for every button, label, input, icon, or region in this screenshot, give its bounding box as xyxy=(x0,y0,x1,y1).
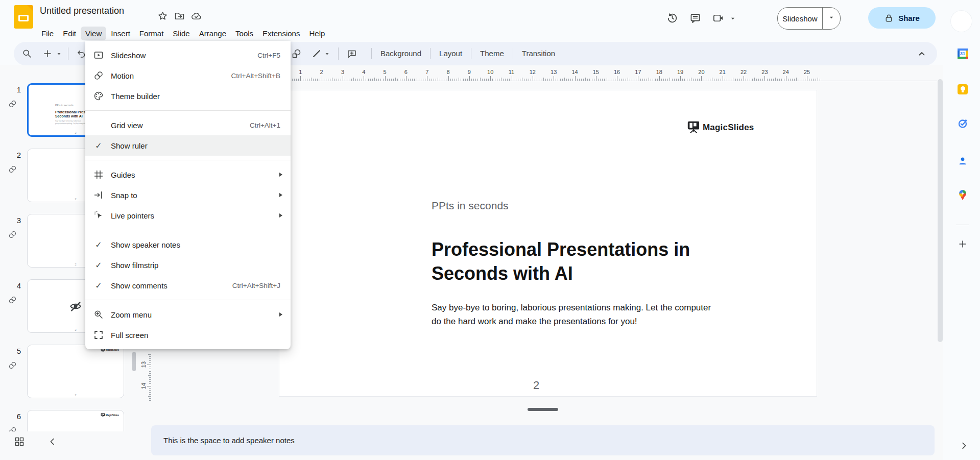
menubar-item-edit[interactable]: Edit xyxy=(58,27,81,40)
menu-item-slideshow[interactable]: SlideshowCtrl+F5 xyxy=(85,45,291,65)
menu-item-theme-builder[interactable]: Theme builder xyxy=(85,86,291,106)
slides-app-icon[interactable] xyxy=(14,5,33,29)
check-icon: ✓ xyxy=(93,239,104,250)
move-folder-icon[interactable] xyxy=(174,11,185,21)
slide-page-number[interactable]: 2 xyxy=(533,379,539,392)
open-side-panel-button[interactable] xyxy=(959,441,968,450)
caret-down-icon[interactable] xyxy=(729,15,736,22)
menu-item-guides[interactable]: Guides xyxy=(85,164,291,185)
slide-canvas[interactable]: MagicSlides PPts in seconds Professional… xyxy=(279,90,817,396)
slide-body-text[interactable]: Say bye-bye to boring, laborious present… xyxy=(432,301,748,328)
shape-icon[interactable] xyxy=(292,49,302,59)
menu-item-show-filmstrip[interactable]: ✓Show filmstrip xyxy=(85,255,291,275)
zoom-menu-icon xyxy=(93,309,104,320)
calendar-icon[interactable]: 31 xyxy=(958,49,968,59)
menu-item-motion[interactable]: MotionCtrl+Alt+Shift+B xyxy=(85,65,291,86)
menubar-item-arrange[interactable]: Arrange xyxy=(195,27,231,40)
ruler-tick xyxy=(324,79,324,81)
star-icon[interactable] xyxy=(157,11,168,21)
menu-item-zoom-menu[interactable]: Zoom menu xyxy=(85,304,291,325)
menubar-item-extensions[interactable]: Extensions xyxy=(258,27,304,40)
ruler-tick xyxy=(589,79,590,81)
menu-item-live-pointers[interactable]: Live pointers xyxy=(85,205,291,226)
slide-thumbnail-6[interactable]: MagicSlides xyxy=(27,410,124,431)
cloud-status-icon[interactable] xyxy=(191,11,202,21)
caret-down-icon[interactable] xyxy=(324,51,330,57)
ruler-tick xyxy=(404,79,404,81)
contacts-icon xyxy=(958,156,968,166)
ruler-tick xyxy=(149,377,151,378)
menubar-item-file[interactable]: File xyxy=(37,27,58,40)
ruler-tick xyxy=(429,79,429,81)
maps-icon[interactable] xyxy=(958,190,968,200)
slide-heading-text[interactable]: Professional Presentations in Seconds wi… xyxy=(432,237,758,285)
document-title[interactable]: Untitled presentation xyxy=(40,6,124,16)
ruler-tick xyxy=(520,79,520,81)
menu-item-label: Show speaker notes xyxy=(111,240,291,249)
ruler-tick xyxy=(402,79,402,81)
menu-item-full-screen[interactable]: Full screen xyxy=(85,325,291,345)
slide-thumbnail-5[interactable]: MagicSlides2 xyxy=(27,345,124,398)
background-button[interactable]: Background xyxy=(372,42,430,65)
ruler-tick xyxy=(583,79,584,81)
menu-item-show-comments[interactable]: ✓Show commentsCtrl+Alt+Shift+J xyxy=(85,275,291,296)
ruler-tick xyxy=(604,79,605,81)
slide-number: 1 xyxy=(14,85,23,94)
grid-view-button[interactable] xyxy=(14,437,25,447)
comments-icon[interactable] xyxy=(689,12,701,24)
ruler-tick xyxy=(657,79,658,81)
ruler-tick xyxy=(317,79,318,81)
ruler-tick xyxy=(391,79,392,81)
ruler-tick xyxy=(149,369,151,369)
meet-camera-icon[interactable] xyxy=(712,12,724,24)
account-avatar[interactable] xyxy=(951,11,972,32)
notes-resize-handle[interactable] xyxy=(528,408,558,411)
ruler-tick xyxy=(351,79,352,81)
plus-icon[interactable] xyxy=(42,49,53,59)
menu-item-snap-to[interactable]: Snap to xyxy=(85,185,291,205)
ruler-tick xyxy=(345,79,345,81)
ruler-tick xyxy=(471,79,472,81)
transition-button[interactable]: Transition xyxy=(513,42,564,65)
ruler-number: 5 xyxy=(384,69,387,75)
ruler-tick xyxy=(779,79,780,81)
tasks-icon[interactable] xyxy=(958,118,968,129)
caret-down-icon[interactable] xyxy=(56,51,62,57)
menubar-item-help[interactable]: Help xyxy=(304,27,329,40)
ruler-tick xyxy=(313,79,314,81)
contacts-icon[interactable] xyxy=(958,156,968,166)
plus-icon[interactable] xyxy=(958,239,968,249)
filmstrip-scrollbar[interactable] xyxy=(132,352,136,371)
ruler-tick xyxy=(362,79,362,81)
menubar-item-format[interactable]: Format xyxy=(135,27,169,40)
menubar-item-tools[interactable]: Tools xyxy=(231,27,258,40)
share-button[interactable]: Share xyxy=(868,7,936,29)
slideshow-button[interactable]: Slideshow xyxy=(777,7,841,30)
ruler-tick xyxy=(752,79,753,81)
thumb-page-number: 2 xyxy=(28,394,124,397)
menu-item-show-ruler[interactable]: ✓Show ruler xyxy=(85,135,291,156)
undo-icon[interactable] xyxy=(76,49,86,59)
slide-kicker-text[interactable]: PPts in seconds xyxy=(432,200,509,212)
version-history-icon[interactable] xyxy=(666,12,678,24)
add-comment-icon[interactable] xyxy=(347,49,357,59)
ruler-tick xyxy=(585,78,586,81)
theme-button[interactable]: Theme xyxy=(471,42,513,65)
menu-item-grid-view[interactable]: Grid viewCtrl+Alt+1 xyxy=(85,115,291,135)
layout-button[interactable]: Layout xyxy=(431,42,471,65)
slideshow-options-caret[interactable] xyxy=(822,8,840,29)
collapse-toolbar-icon[interactable] xyxy=(917,49,927,59)
ruler-tick xyxy=(366,79,366,81)
slide-number: 3 xyxy=(14,216,23,225)
speaker-notes-input[interactable]: This is the space to add speaker notes xyxy=(151,425,935,455)
search-icon[interactable] xyxy=(22,49,32,59)
menu-item-show-speaker-notes[interactable]: ✓Show speaker notes xyxy=(85,234,291,255)
line-icon[interactable] xyxy=(312,49,322,59)
keep-icon[interactable] xyxy=(958,84,968,94)
menubar-item-slide[interactable]: Slide xyxy=(168,27,194,40)
collapse-filmstrip-button[interactable] xyxy=(48,437,57,446)
canvas-scrollbar[interactable] xyxy=(938,79,943,342)
ruler-tick xyxy=(572,79,573,81)
menubar-item-view[interactable]: View xyxy=(81,27,106,40)
menubar-item-insert[interactable]: Insert xyxy=(106,27,135,40)
